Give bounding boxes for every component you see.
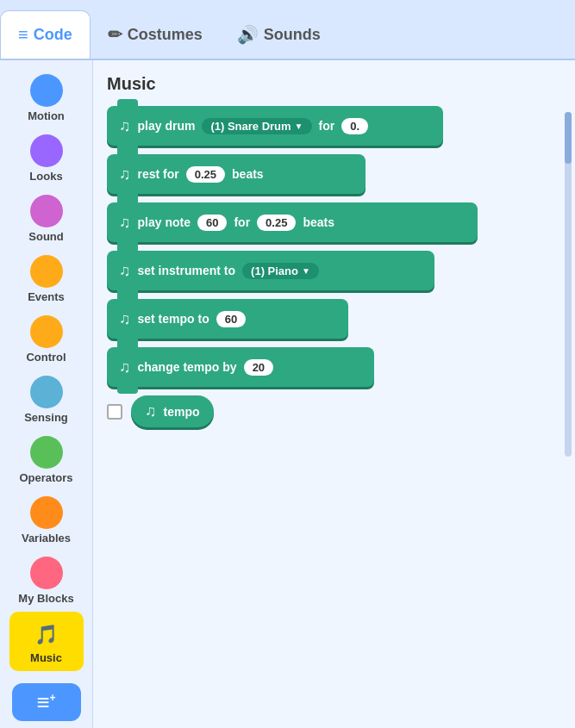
sidebar-item-label-variables: Variables xyxy=(22,532,71,544)
tab-sounds[interactable]: 🔊 Sounds xyxy=(220,10,338,59)
sidebar-item-label-motion: Motion xyxy=(28,109,65,122)
music-note-icon-7: ♫ xyxy=(145,402,157,420)
sidebar-item-label-looks: Looks xyxy=(29,170,62,183)
code-icon: ≡ xyxy=(18,25,28,45)
sidebar-item-motion[interactable]: Motion xyxy=(8,69,85,128)
block-row-play-note: ♫ play note 60 for 0.25 beats xyxy=(107,202,561,242)
block-beats-text: beats xyxy=(232,167,264,181)
control-circle xyxy=(30,315,63,348)
sidebar-item-label-sensing: Sensing xyxy=(24,411,68,424)
block-play-drum[interactable]: ♫ play drum (1) Snare Drum ▼ for 0. xyxy=(107,106,443,146)
block-row-change-tempo: ♫ change tempo by 20 xyxy=(107,347,561,387)
sidebar-item-myblocks[interactable]: My Blocks xyxy=(8,551,85,610)
section-title: Music xyxy=(107,74,561,94)
content-area: Music ♫ play drum (1) Snare Drum ▼ for 0… xyxy=(93,60,575,728)
note-beats-value[interactable]: 0.25 xyxy=(257,215,296,231)
motion-circle xyxy=(30,74,63,107)
tab-costumes[interactable]: ✏ Costumes xyxy=(91,10,220,59)
tab-costumes-label: Costumes xyxy=(128,26,203,44)
sidebar-item-music[interactable]: 🎵 Music xyxy=(9,612,84,671)
drum-dropdown-arrow: ▼ xyxy=(295,121,303,131)
drum-dropdown-value: (1) Snare Drum xyxy=(210,120,291,133)
sidebar-item-label-myblocks: My Blocks xyxy=(18,592,73,605)
sidebar-item-label-operators: Operators xyxy=(19,471,72,484)
variables-circle xyxy=(30,496,63,529)
operators-circle xyxy=(30,436,63,469)
block-row-play-drum: ♫ play drum (1) Snare Drum ▼ for 0. xyxy=(107,106,561,146)
music-note-icon-4: ♫ xyxy=(119,262,131,280)
sidebar-item-label-music: Music xyxy=(30,651,62,664)
block-set-instrument[interactable]: ♫ set instrument to (1) Piano ▼ xyxy=(107,251,434,290)
tab-code[interactable]: ≡ Code xyxy=(0,10,91,59)
music-note-icon-6: ♫ xyxy=(119,358,131,376)
drum-beats-value[interactable]: 0. xyxy=(341,118,368,134)
block-set-tempo-text: set tempo to xyxy=(138,312,209,326)
costumes-icon: ✏ xyxy=(108,24,122,45)
block-row-rest: ♫ rest for 0.25 beats xyxy=(107,154,561,194)
sidebar-item-label-sound: Sound xyxy=(28,230,63,243)
myblocks-circle xyxy=(30,557,63,589)
music-note-icon-3: ♫ xyxy=(119,214,131,232)
change-tempo-value[interactable]: 20 xyxy=(244,359,273,376)
block-change-tempo-text: change tempo by xyxy=(138,360,237,374)
block-for-text: for xyxy=(319,119,335,133)
reporter-row-tempo: ♫ tempo xyxy=(107,395,561,427)
sidebar-item-looks[interactable]: Looks xyxy=(8,129,85,188)
scrollbar-thumb[interactable] xyxy=(565,112,572,164)
sidebar-item-label-control: Control xyxy=(26,351,66,364)
sidebar-item-operators[interactable]: Operators xyxy=(8,431,85,489)
sensing-circle xyxy=(30,376,63,408)
add-extensions-icon: ≡+ xyxy=(36,689,55,716)
sidebar-item-events[interactable]: Events xyxy=(8,250,85,308)
block-row-set-tempo: ♫ set tempo to 60 xyxy=(107,299,561,339)
events-circle xyxy=(30,255,63,288)
music-note-icon-1: ♫ xyxy=(119,117,131,135)
sidebar-item-variables[interactable]: Variables xyxy=(8,491,85,550)
sounds-icon: 🔊 xyxy=(237,24,259,45)
instrument-dropdown-arrow: ▼ xyxy=(302,266,310,276)
block-change-tempo[interactable]: ♫ change tempo by 20 xyxy=(107,347,374,387)
block-rest-text: rest for xyxy=(138,167,179,181)
sidebar: Motion Looks Sound Events Control Sensin… xyxy=(0,60,93,728)
music-note-icon-5: ♫ xyxy=(119,310,131,328)
scrollbar[interactable] xyxy=(565,112,572,457)
block-play-drum-text: play drum xyxy=(138,119,196,133)
sidebar-item-sensing[interactable]: Sensing xyxy=(8,370,85,429)
rest-value[interactable]: 0.25 xyxy=(186,166,225,183)
music-note-icon-2: ♫ xyxy=(119,165,131,184)
note-value[interactable]: 60 xyxy=(197,215,227,231)
tempo-value[interactable]: 60 xyxy=(216,311,246,327)
looks-circle xyxy=(30,134,63,167)
tab-bar: ≡ Code ✏ Costumes 🔊 Sounds xyxy=(0,0,575,60)
tab-sounds-label: Sounds xyxy=(264,26,321,44)
add-extensions-button[interactable]: ≡+ xyxy=(12,683,81,721)
block-play-note[interactable]: ♫ play note 60 for 0.25 beats xyxy=(107,202,478,242)
block-set-tempo[interactable]: ♫ set tempo to 60 xyxy=(107,299,348,339)
instrument-dropdown[interactable]: (1) Piano ▼ xyxy=(242,263,319,279)
tab-code-label: Code xyxy=(34,26,72,44)
sound-circle xyxy=(30,195,63,227)
block-beats-text-2: beats xyxy=(303,215,334,229)
block-tempo-reporter[interactable]: ♫ tempo xyxy=(131,395,214,427)
block-play-note-text: play note xyxy=(138,215,191,229)
tempo-checkbox[interactable] xyxy=(107,404,122,420)
main-layout: Motion Looks Sound Events Control Sensin… xyxy=(0,60,575,728)
block-row-set-instrument: ♫ set instrument to (1) Piano ▼ xyxy=(107,251,561,290)
sidebar-item-sound[interactable]: Sound xyxy=(8,190,85,248)
block-for-text-2: for xyxy=(234,215,250,229)
sidebar-item-label-events: Events xyxy=(28,290,65,303)
drum-dropdown[interactable]: (1) Snare Drum ▼ xyxy=(202,118,311,134)
sidebar-item-control[interactable]: Control xyxy=(8,310,85,369)
block-set-instrument-text: set instrument to xyxy=(138,264,236,277)
tempo-reporter-label: tempo xyxy=(164,405,200,419)
music-note-icon: 🎵 xyxy=(30,619,63,651)
instrument-dropdown-value: (1) Piano xyxy=(251,264,298,277)
block-rest[interactable]: ♫ rest for 0.25 beats xyxy=(107,154,366,194)
